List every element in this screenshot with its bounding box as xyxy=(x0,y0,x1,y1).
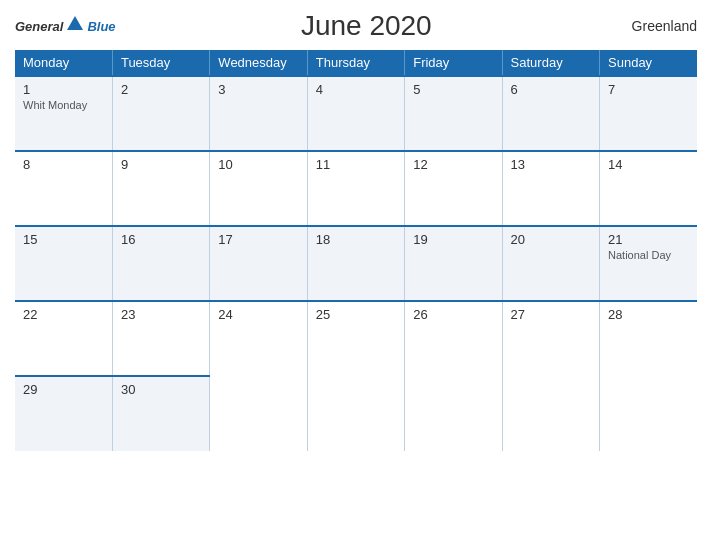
day-number: 24 xyxy=(218,307,298,322)
logo-general: General xyxy=(15,19,63,34)
day-number: 3 xyxy=(218,82,298,97)
calendar-cell: 7 xyxy=(600,76,697,151)
calendar-cell: 13 xyxy=(502,151,599,226)
calendar-week-5: 2930 xyxy=(15,376,697,451)
day-number: 2 xyxy=(121,82,201,97)
calendar-cell: 20 xyxy=(502,226,599,301)
calendar-cell: 29 xyxy=(15,376,112,451)
day-number: 15 xyxy=(23,232,104,247)
calendar-week-1: 1Whit Monday234567 xyxy=(15,76,697,151)
day-number: 12 xyxy=(413,157,493,172)
logo: General Blue xyxy=(15,19,116,34)
day-number: 6 xyxy=(511,82,591,97)
calendar-cell: 24 xyxy=(210,301,307,376)
day-number: 16 xyxy=(121,232,201,247)
day-number: 26 xyxy=(413,307,493,322)
day-number: 18 xyxy=(316,232,396,247)
weekday-monday: Monday xyxy=(15,50,112,76)
calendar-cell: 11 xyxy=(307,151,404,226)
day-number: 29 xyxy=(23,382,104,397)
calendar-header: General Blue June 2020 Greenland xyxy=(15,10,697,42)
day-number: 20 xyxy=(511,232,591,247)
calendar-cell: 10 xyxy=(210,151,307,226)
calendar-cell: 8 xyxy=(15,151,112,226)
day-number: 21 xyxy=(608,232,689,247)
calendar-cell: 21National Day xyxy=(600,226,697,301)
holiday-label: Whit Monday xyxy=(23,99,104,111)
day-number: 27 xyxy=(511,307,591,322)
calendar-cell: 26 xyxy=(405,301,502,376)
calendar-cell xyxy=(210,376,307,451)
weekday-tuesday: Tuesday xyxy=(112,50,209,76)
calendar-cell: 23 xyxy=(112,301,209,376)
day-number: 28 xyxy=(608,307,689,322)
day-number: 7 xyxy=(608,82,689,97)
calendar-title: June 2020 xyxy=(116,10,617,42)
calendar-table: Monday Tuesday Wednesday Thursday Friday… xyxy=(15,50,697,451)
day-number: 23 xyxy=(121,307,201,322)
calendar-cell: 19 xyxy=(405,226,502,301)
calendar-container: General Blue June 2020 Greenland Monday … xyxy=(0,0,712,550)
calendar-cell xyxy=(405,376,502,451)
calendar-cell xyxy=(502,376,599,451)
calendar-cell: 14 xyxy=(600,151,697,226)
calendar-cell: 9 xyxy=(112,151,209,226)
day-number: 14 xyxy=(608,157,689,172)
day-number: 13 xyxy=(511,157,591,172)
day-number: 22 xyxy=(23,307,104,322)
holiday-label: National Day xyxy=(608,249,689,261)
day-number: 30 xyxy=(121,382,201,397)
logo-blue: Blue xyxy=(87,19,115,34)
calendar-cell: 6 xyxy=(502,76,599,151)
calendar-cell: 16 xyxy=(112,226,209,301)
calendar-cell: 4 xyxy=(307,76,404,151)
calendar-cell xyxy=(307,376,404,451)
calendar-cell: 1Whit Monday xyxy=(15,76,112,151)
weekday-thursday: Thursday xyxy=(307,50,404,76)
calendar-cell: 15 xyxy=(15,226,112,301)
day-number: 11 xyxy=(316,157,396,172)
calendar-cell: 22 xyxy=(15,301,112,376)
calendar-cell: 2 xyxy=(112,76,209,151)
calendar-cell: 3 xyxy=(210,76,307,151)
day-number: 5 xyxy=(413,82,493,97)
calendar-week-2: 891011121314 xyxy=(15,151,697,226)
calendar-cell: 5 xyxy=(405,76,502,151)
day-number: 1 xyxy=(23,82,104,97)
calendar-cell: 25 xyxy=(307,301,404,376)
weekday-friday: Friday xyxy=(405,50,502,76)
day-number: 19 xyxy=(413,232,493,247)
weekday-sunday: Sunday xyxy=(600,50,697,76)
day-number: 10 xyxy=(218,157,298,172)
calendar-cell: 17 xyxy=(210,226,307,301)
day-number: 9 xyxy=(121,157,201,172)
calendar-region: Greenland xyxy=(617,18,697,34)
weekday-saturday: Saturday xyxy=(502,50,599,76)
day-number: 8 xyxy=(23,157,104,172)
calendar-week-4: 22232425262728 xyxy=(15,301,697,376)
calendar-cell xyxy=(600,376,697,451)
day-number: 17 xyxy=(218,232,298,247)
calendar-cell: 30 xyxy=(112,376,209,451)
logo-triangle-icon xyxy=(67,16,83,30)
weekday-header-row: Monday Tuesday Wednesday Thursday Friday… xyxy=(15,50,697,76)
calendar-cell: 27 xyxy=(502,301,599,376)
day-number: 4 xyxy=(316,82,396,97)
calendar-cell: 18 xyxy=(307,226,404,301)
calendar-cell: 12 xyxy=(405,151,502,226)
weekday-wednesday: Wednesday xyxy=(210,50,307,76)
calendar-cell: 28 xyxy=(600,301,697,376)
day-number: 25 xyxy=(316,307,396,322)
calendar-week-3: 15161718192021National Day xyxy=(15,226,697,301)
